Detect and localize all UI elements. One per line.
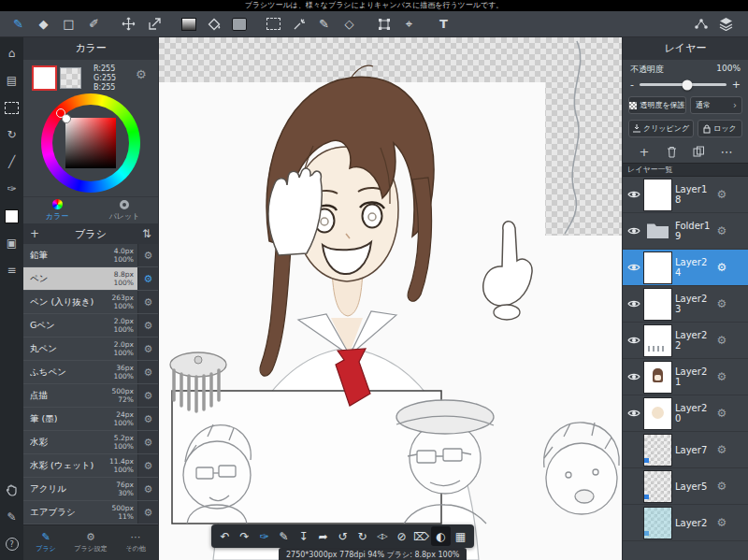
layer-settings-gear[interactable]: ⚙ — [712, 443, 731, 456]
pages-icon[interactable]: ▤ — [4, 72, 21, 89]
more-icon[interactable]: ⋯ — [716, 143, 737, 160]
opacity-decrease-button[interactable]: - — [630, 79, 634, 91]
opacity-slider[interactable] — [640, 83, 726, 86]
material-icon[interactable]: ✑ — [4, 180, 21, 197]
pen-cursor-icon[interactable]: ✎ — [4, 509, 21, 525]
layer-settings-gear[interactable]: ⚙ — [712, 480, 731, 493]
snap-icon[interactable]: ✑ — [254, 526, 274, 546]
bucket-tool[interactable] — [201, 12, 226, 36]
brush-item[interactable]: Gペン2.0px100%⚙ — [23, 314, 158, 337]
layer-settings-gear[interactable]: ⚙ — [712, 334, 731, 347]
transform-tool[interactable] — [371, 12, 396, 36]
layer-settings-gear[interactable]: ⚙ — [712, 297, 731, 310]
layer-visibility-toggle[interactable] — [623, 409, 644, 418]
draw-icon[interactable]: ✎ — [274, 526, 294, 546]
save-icon[interactable]: ↧ — [294, 526, 313, 546]
rotate-ccw-icon[interactable]: ↺ — [333, 526, 352, 546]
brush-item[interactable]: 筆 (墨)24px100%⚙ — [23, 408, 158, 431]
no-draw-icon[interactable]: ⊘ — [392, 526, 411, 546]
share-canvas-tool[interactable] — [141, 12, 166, 36]
list-toggle-icon[interactable]: ≡ — [4, 262, 21, 279]
invert-icon[interactable]: ◐ — [431, 526, 451, 546]
layer-settings-gear[interactable]: ⚙ — [712, 261, 731, 274]
layer-visibility-toggle[interactable] — [623, 263, 644, 272]
opacity-slider-knob[interactable] — [683, 79, 693, 90]
add-brush-button[interactable]: + — [23, 227, 46, 240]
layer-row[interactable]: Layer20⚙ — [623, 395, 748, 432]
brush-item[interactable]: 点描500px72%⚙ — [23, 384, 158, 408]
rotate-cw-icon[interactable]: ↻ — [352, 526, 372, 546]
layer-visibility-toggle[interactable] — [623, 226, 644, 236]
brush-settings-gear[interactable]: ⚙ — [137, 431, 158, 453]
text-tool[interactable]: T — [431, 12, 456, 36]
brush-item[interactable]: 鉛筆4.0px100%⚙ — [23, 244, 158, 267]
brush-tool[interactable]: ✎ — [6, 12, 31, 36]
duplicate-layer-icon[interactable] — [689, 143, 710, 160]
clipping-button[interactable]: クリッピング — [628, 120, 694, 137]
eraser-tool[interactable]: ◆ — [31, 12, 56, 36]
select-area-icon[interactable] — [4, 99, 21, 116]
layer-row[interactable]: Layer7⚙ — [623, 432, 748, 468]
brush-settings-gear[interactable]: ⚙ — [137, 314, 158, 337]
brush-settings-gear[interactable]: ⚙ — [137, 244, 158, 266]
brush-settings-gear[interactable]: ⚙ — [137, 454, 158, 477]
layer-row[interactable]: Layer22⚙ — [623, 323, 748, 359]
tab-palette[interactable]: パレット — [91, 197, 158, 223]
redo-icon[interactable]: ↷ — [235, 526, 254, 546]
rotate-view-icon[interactable]: ↻ — [4, 126, 21, 143]
brush-settings-gear[interactable]: ⚙ — [137, 337, 158, 360]
brush-item[interactable]: アクリル76px30%⚙ — [23, 478, 158, 501]
layer-settings-gear[interactable]: ⚙ — [712, 407, 731, 420]
cloud-icon[interactable] — [688, 12, 713, 36]
tab-brush-settings[interactable]: ⚙ ブラシ設定 — [68, 525, 113, 560]
brush-settings-gear[interactable]: ⚙ — [137, 501, 158, 524]
tab-color[interactable]: カラー — [23, 197, 91, 223]
panel-toggle-icon[interactable]: ▣ — [4, 235, 21, 251]
foreground-color-swatch[interactable] — [32, 65, 57, 91]
hand-icon[interactable] — [4, 481, 21, 498]
gallery-icon[interactable]: ⌂ — [4, 45, 21, 62]
brush-settings-gear[interactable]: ⚙ — [137, 408, 158, 430]
layer-row[interactable]: Folder19⚙ — [623, 213, 748, 250]
brush-item[interactable]: 水彩 (ウェット)11.4px100%⚙ — [23, 454, 158, 478]
opacity-increase-button[interactable]: + — [732, 79, 741, 91]
layer-settings-gear[interactable]: ⚙ — [712, 224, 731, 237]
dot-pen-tool[interactable]: ✐ — [81, 12, 107, 36]
brush-item[interactable]: ふちペン36px100%⚙ — [23, 361, 158, 384]
color-settings-gear[interactable]: ⚙ — [136, 67, 147, 81]
canvas[interactable]: ↶↷✑✎↧➦↺↻◁▷⊘⌦◐▦ 2750*3000px 778dpi 94% ブラ… — [159, 37, 622, 560]
grid-icon[interactable]: ▦ — [451, 526, 470, 546]
sort-brush-button[interactable]: ⇅ — [136, 227, 158, 240]
layer-settings-gear[interactable]: ⚙ — [712, 370, 731, 383]
layer-row[interactable]: Layer24⚙ — [623, 250, 748, 286]
saturation-value-box[interactable] — [65, 118, 116, 168]
layer-settings-gear[interactable]: ⚙ — [712, 188, 731, 201]
tab-brush[interactable]: ✎ ブラシ — [23, 525, 68, 560]
add-layer-icon[interactable]: + — [634, 143, 654, 160]
brush-item[interactable]: 水彩5.2px100%⚙ — [23, 431, 158, 454]
layer-row[interactable]: Layer23⚙ — [623, 286, 748, 323]
select-pen-tool[interactable]: ✎ — [311, 12, 337, 36]
protect-alpha-button[interactable]: 透明度を保護 — [628, 96, 686, 114]
layer-row[interactable]: Layer21⚙ — [623, 359, 748, 395]
layer-row[interactable]: Layer2⚙ — [623, 505, 748, 541]
ruler-icon[interactable]: ╱ — [4, 153, 21, 170]
layer-row[interactable]: Layer18⚙ — [623, 177, 748, 213]
magic-wand-tool[interactable] — [286, 12, 311, 36]
transparent-color-swatch[interactable] — [60, 67, 81, 89]
hue-cursor[interactable] — [56, 108, 65, 118]
solid-chip-tool[interactable] — [226, 12, 252, 36]
brush-item[interactable]: 丸ペン2.0px100%⚙ — [23, 337, 158, 361]
brush-settings-gear[interactable]: ⚙ — [137, 384, 158, 407]
square-tool[interactable]: □ — [56, 12, 81, 36]
lock-button[interactable]: ロック — [698, 120, 742, 137]
select-eraser-tool[interactable]: ◇ — [337, 12, 362, 36]
brush-settings-gear[interactable]: ⚙ — [137, 478, 158, 500]
select-rect-tool[interactable] — [261, 12, 286, 36]
layer-settings-gear[interactable]: ⚙ — [712, 516, 731, 529]
layer-visibility-toggle[interactable] — [623, 190, 644, 199]
brush-settings-gear[interactable]: ⚙ — [137, 291, 158, 313]
tab-other[interactable]: ⋯ その他 — [113, 525, 158, 560]
layer-visibility-toggle[interactable] — [623, 299, 644, 309]
brush-item[interactable]: ペン8.8px100%⚙ — [23, 267, 158, 291]
